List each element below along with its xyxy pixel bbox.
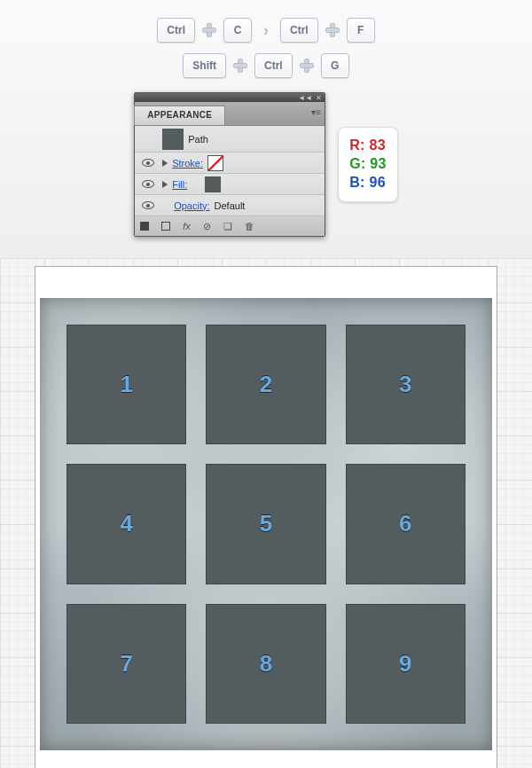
key-f: F [347,18,375,43]
fill-label[interactable]: Fill: [172,179,187,190]
stroke-swatch-icon[interactable] [207,155,223,171]
cell-7[interactable]: 7 [66,604,186,724]
key-c: C [223,18,252,43]
cell-8[interactable]: 8 [206,604,325,724]
rgb-g: G: 93 [349,155,387,174]
path-label: Path [188,134,208,145]
panel-menu-icon[interactable]: ▾≡ [311,107,321,117]
plus-icon [300,59,314,73]
eye-icon[interactable] [142,201,154,209]
collapse-icon[interactable]: ◄◄ [298,94,312,102]
stroke-label[interactable]: Stroke: [172,158,203,168]
row-stroke[interactable]: Stroke: [135,153,325,174]
shortcut-row-2: Shift Ctrl G [183,53,348,78]
plus-icon [233,59,247,73]
cell-2[interactable]: 2 [206,325,325,444]
grid-3x3: 1 2 3 4 5 6 7 8 9 [66,325,466,724]
disclosure-icon[interactable] [162,181,168,188]
cell-1[interactable]: 1 [66,325,186,444]
clear-icon[interactable]: ⊘ [203,221,211,232]
fill-swatch-icon[interactable] [205,176,221,192]
key-ctrl: Ctrl [254,53,293,78]
trash-icon[interactable]: 🗑 [245,221,254,231]
cell-6[interactable]: 6 [346,464,466,584]
key-shift: Shift [183,53,226,78]
thumb-outline-icon[interactable] [161,222,170,231]
rgb-readout: R: 83 G: 93 B: 96 [338,127,398,201]
path-swatch-icon[interactable] [162,129,184,150]
plus-icon [202,23,216,37]
panel-footer: fx ⊘ ❏ 🗑 [135,216,325,236]
row-fill[interactable]: Fill: [135,174,325,195]
panel-titlebar[interactable]: ◄◄ ✕ [135,93,325,102]
cell-5[interactable]: 5 [206,464,325,584]
thumb-filled-icon[interactable] [140,222,149,231]
key-ctrl: Ctrl [280,18,318,43]
shortcuts-area: Ctrl C › Ctrl F Shift Ctrl G ◄◄ ✕ APPEAR… [0,0,532,258]
key-ctrl: Ctrl [157,18,195,43]
cell-3[interactable]: 3 [346,325,466,444]
tab-appearance[interactable]: APPEARANCE [134,106,225,125]
plus-icon [325,23,340,37]
artboard[interactable]: 1 2 3 4 5 6 7 8 9 [35,267,497,768]
metal-plate[interactable]: 1 2 3 4 5 6 7 8 9 [40,298,492,750]
rgb-r: R: 83 [349,137,387,155]
panel-tabs: APPEARANCE ▾≡ [135,102,325,126]
appearance-panel: ◄◄ ✕ APPEARANCE ▾≡ Path Stroke: Fill: Op… [134,92,325,237]
chevron-right-icon: › [259,23,273,37]
disclosure-icon[interactable] [162,160,168,167]
opacity-label[interactable]: Opacity: [174,200,209,211]
close-icon[interactable]: ✕ [316,94,322,102]
eye-icon[interactable] [142,180,154,188]
key-g: G [321,53,349,78]
canvas-area[interactable]: 1 2 3 4 5 6 7 8 9 [0,258,532,768]
fx-icon[interactable]: fx [183,221,191,231]
opacity-value: Default [215,200,246,211]
cell-4[interactable]: 4 [66,464,186,584]
duplicate-icon[interactable]: ❏ [223,221,232,232]
row-path[interactable]: Path [135,126,325,153]
cell-9[interactable]: 9 [346,604,466,724]
eye-icon[interactable] [142,159,154,167]
row-opacity[interactable]: Opacity: Default [135,195,325,216]
rgb-b: B: 96 [349,174,387,192]
shortcut-row-1: Ctrl C › Ctrl F [157,18,374,43]
